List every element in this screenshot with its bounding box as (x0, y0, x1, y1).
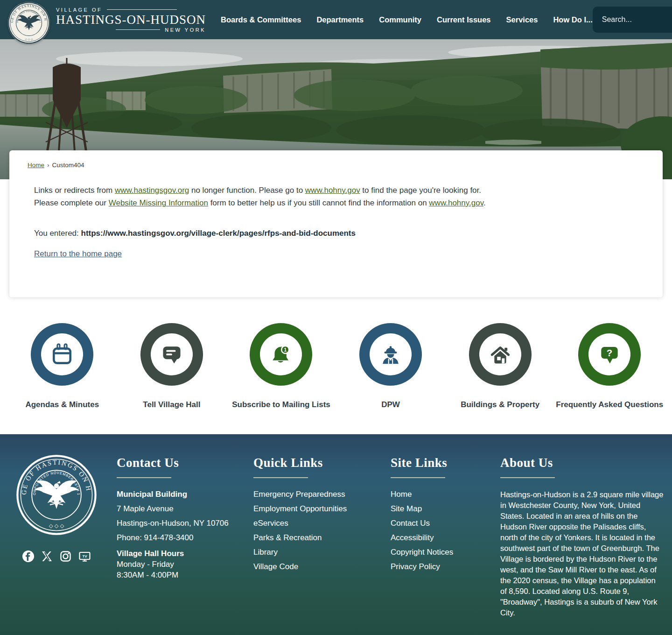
quicklink-buildings-property[interactable]: Buildings & Property (445, 323, 555, 410)
you-entered-label: You entered: (34, 229, 81, 238)
footer-link-accessibility[interactable]: Accessibility (391, 533, 434, 542)
hours-times: 8:30AM - 4:00PM (117, 570, 253, 580)
site-logo[interactable]: VILLAGE OF HASTINGS-ON-HUDSON NEW YORK (7, 0, 206, 44)
footer-logo-column: TV (7, 450, 105, 563)
instagram-icon[interactable] (59, 550, 72, 563)
hohny-link-2[interactable]: www.hohny.gov (429, 198, 483, 207)
breadcrumb-separator: › (47, 162, 49, 169)
quicklinks-section: Agendas & Minutes Tell Village Hall (0, 297, 672, 434)
calendar-icon (49, 342, 75, 367)
svg-text:?: ? (607, 348, 612, 358)
contact-phone: Phone: 914-478-3400 (117, 534, 253, 542)
footer-link-eservices[interactable]: eServices (253, 519, 288, 528)
quicklink-label: Tell Village Hall (143, 400, 200, 410)
footer-link-copyright-notices[interactable]: Copyright Notices (391, 548, 453, 557)
you-entered-line: You entered: https://www.hastingsgov.org… (27, 229, 645, 238)
quicklink-label: Buildings & Property (461, 400, 539, 410)
nav-community[interactable]: Community (379, 15, 421, 24)
svg-text:TV: TV (82, 554, 87, 558)
footer-link-home[interactable]: Home (391, 490, 412, 499)
msg-text: to find the page you're looking for. (360, 186, 481, 195)
msg-text: no longer function. Please go to (189, 186, 305, 195)
msg-text: . (483, 198, 486, 207)
social-links: TV (22, 550, 91, 563)
quicklink-label: Frequently Asked Questions (556, 400, 663, 410)
site-footer: TV Contact Us Municipal Building 7 Maple… (0, 434, 672, 635)
footer-link-parks-recreation[interactable]: Parks & Recreation (253, 533, 322, 542)
notfound-message: Links or redirects from www.hastingsgov.… (27, 184, 645, 209)
quicklink-dpw[interactable]: DPW (336, 323, 446, 410)
msg-text: Please complete our (34, 198, 109, 207)
logo-line1: VILLAGE OF (56, 7, 102, 13)
tv-icon[interactable]: TV (78, 550, 91, 563)
house-icon (488, 342, 513, 367)
nav-how-do-i[interactable]: How Do I... (553, 15, 592, 24)
footer-link-contact-us[interactable]: Contact Us (391, 519, 430, 528)
question-bubble-icon: ? (597, 342, 622, 367)
site-header: VILLAGE OF HASTINGS-ON-HUDSON NEW YORK B… (0, 0, 672, 39)
facebook-icon[interactable] (22, 550, 35, 563)
main-nav: Boards & Committees Departments Communit… (221, 15, 593, 24)
msg-text: form to better help us if you still cann… (208, 198, 429, 207)
footer-about-text: Hastings-on-Hudson is a 2.9 square mile … (500, 489, 664, 618)
hours-heading: Village Hall Hours (117, 548, 253, 559)
nav-services[interactable]: Services (506, 15, 538, 24)
nav-departments[interactable]: Departments (316, 15, 364, 24)
logo-rule (107, 9, 177, 10)
footer-link-village-code[interactable]: Village Code (253, 562, 298, 571)
quicklink-tell-village-hall[interactable]: Tell Village Hall (117, 323, 227, 410)
return-home-link[interactable]: Return to the home page (34, 249, 122, 259)
search-box (593, 7, 672, 33)
quicklink-label: DPW (381, 400, 400, 410)
footer-link-employment[interactable]: Employment Opportunities (253, 504, 347, 513)
footer-sitelinks-heading: Site Links (391, 456, 500, 478)
footer-link-library[interactable]: Library (253, 548, 278, 557)
village-seal-icon (7, 1, 50, 44)
speech-bubble-icon (159, 342, 184, 367)
logo-text: VILLAGE OF HASTINGS-ON-HUDSON NEW YORK (56, 7, 206, 33)
hours-days: Monday - Friday (117, 559, 253, 570)
quicklink-label: Agendas & Minutes (25, 400, 99, 410)
search-input[interactable] (602, 15, 672, 24)
footer-link-privacy-policy[interactable]: Privacy Policy (391, 562, 440, 571)
hohny-link[interactable]: www.hohny.gov (305, 186, 360, 195)
contact-building: Municipal Building (117, 490, 253, 499)
breadcrumb: Home›Custom404 (27, 162, 645, 169)
footer-contact-heading: Contact Us (117, 456, 253, 478)
logo-line3: NEW YORK (165, 27, 206, 33)
footer-link-site-map[interactable]: Site Map (391, 504, 422, 513)
quicklink-faq[interactable]: ? Frequently Asked Questions (555, 323, 665, 410)
footer-about-heading: About Us (500, 456, 664, 478)
svg-text:1: 1 (284, 347, 287, 353)
msg-text: Links or redirects from (34, 186, 115, 195)
breadcrumb-home-link[interactable]: Home (28, 162, 44, 169)
quicklink-subscribe-mailing-lists[interactable]: 1 Subscribe to Mailing Lists (226, 323, 336, 410)
footer-quicklinks-heading: Quick Links (253, 456, 391, 478)
footer-quicklinks-column: Quick Links Emergency Preparedness Emplo… (253, 450, 391, 577)
quicklink-agendas-minutes[interactable]: Agendas & Minutes (7, 323, 117, 410)
footer-sitelinks-column: Site Links Home Site Map Contact Us Acce… (391, 450, 500, 577)
contact-address1: 7 Maple Avenue (117, 505, 253, 513)
website-missing-info-link[interactable]: Website Missing Information (109, 198, 208, 207)
hastingsgov-link[interactable]: www.hastingsgov.org (115, 186, 189, 195)
footer-contact-column: Contact Us Municipal Building 7 Maple Av… (117, 450, 253, 580)
entered-url: https://www.hastingsgov.org/village-cler… (81, 229, 356, 238)
construction-worker-icon (378, 342, 403, 367)
quicklink-label: Subscribe to Mailing Lists (232, 400, 330, 410)
bell-notification-icon: 1 (268, 342, 294, 367)
content-card: Home›Custom404 Links or redirects from w… (9, 150, 663, 297)
logo-rule (116, 29, 160, 30)
nav-boards-committees[interactable]: Boards & Committees (221, 15, 301, 24)
contact-address2: Hastings-on-Hudson, NY 10706 (117, 519, 253, 528)
logo-title: HASTINGS-ON-HUDSON (56, 13, 206, 27)
nav-current-issues[interactable]: Current Issues (437, 15, 491, 24)
x-twitter-icon[interactable] (41, 550, 53, 563)
village-seal-icon (15, 454, 98, 536)
footer-link-emergency-preparedness[interactable]: Emergency Preparedness (253, 490, 345, 499)
footer-about-column: About Us Hastings-on-Hudson is a 2.9 squ… (500, 450, 664, 618)
breadcrumb-current: Custom404 (52, 162, 84, 169)
